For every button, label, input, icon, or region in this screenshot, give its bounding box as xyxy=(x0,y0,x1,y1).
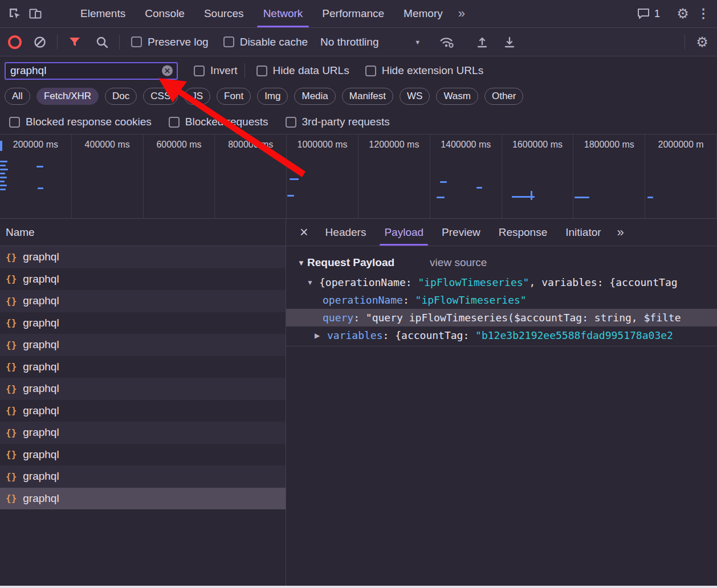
settings-button[interactable]: ⚙ xyxy=(673,3,693,24)
braces-icon: {} xyxy=(6,405,17,416)
checkbox-blocked-requests[interactable]: Blocked requests xyxy=(169,116,268,128)
timeline-column: 200000 ms xyxy=(0,134,72,218)
table-row[interactable]: {}graphql xyxy=(0,268,286,291)
network-overview-timeline[interactable]: 200000 ms400000 ms600000 ms800000 ms1000… xyxy=(0,134,717,219)
table-row[interactable]: {}graphql xyxy=(0,356,286,378)
inspect-element-button[interactable] xyxy=(5,3,25,24)
filter-toggle-button[interactable] xyxy=(64,32,85,52)
tab-memory[interactable]: Memory xyxy=(394,0,453,27)
table-row[interactable]: {}graphql xyxy=(0,334,286,356)
clear-network-log-button[interactable] xyxy=(30,32,50,52)
hide-data-urls-checkbox[interactable]: Hide data URLs xyxy=(256,64,349,77)
disable-cache-checkbox[interactable]: Disable cache xyxy=(223,36,308,48)
network-conditions-icon xyxy=(439,35,455,49)
filter-input[interactable] xyxy=(5,62,178,80)
invert-checkbox[interactable]: Invert xyxy=(194,64,238,77)
more-detail-tabs-button[interactable]: » xyxy=(617,225,624,240)
name-column-header[interactable]: Name xyxy=(0,219,286,246)
request-name: graphql xyxy=(23,426,59,439)
tab-payload[interactable]: Payload xyxy=(375,219,433,246)
device-toolbar-button[interactable] xyxy=(25,3,46,24)
customize-devtools-menu-button[interactable]: ⋮ xyxy=(693,3,714,24)
import-har-button[interactable] xyxy=(472,32,492,52)
chip-other[interactable]: Other xyxy=(484,88,524,105)
table-row[interactable]: {}graphql xyxy=(0,290,286,312)
table-row[interactable]: {}graphql xyxy=(0,466,286,488)
table-row[interactable]: {}graphql xyxy=(0,422,286,444)
collapse-triangle-icon[interactable]: ▼ xyxy=(298,259,307,267)
tab-elements[interactable]: Elements xyxy=(71,0,135,27)
table-row[interactable]: {}graphql xyxy=(0,378,286,400)
console-messages-button[interactable]: 1 xyxy=(637,8,660,20)
payload-line[interactable]: ▶variables: {accountTag: "b12e3b2192ee55… xyxy=(286,326,717,344)
throttling-select[interactable]: No throttling ▼ xyxy=(320,36,421,48)
payload-line[interactable]: operationName: "ipFlowTimeseries" xyxy=(286,291,717,309)
export-download-icon xyxy=(503,35,516,49)
filter-input-wrap: ✕ xyxy=(5,62,178,80)
timeline-column: 1200000 ms xyxy=(358,134,430,218)
payload-line[interactable]: query: "query ipFlowTimeseries($accountT… xyxy=(286,309,717,326)
table-row[interactable]: {}graphql xyxy=(0,444,286,466)
filter-funnel-icon xyxy=(68,36,81,48)
network-conditions-button[interactable] xyxy=(437,32,457,52)
detail-tabs: ×HeadersPayloadPreviewResponseInitiator» xyxy=(286,219,717,246)
payload-text: "b12e3b2192ee5588fdad995178a03e2 xyxy=(475,329,673,341)
chip-fetch-xhr[interactable]: Fetch/XHR xyxy=(36,88,99,105)
chip-wasm[interactable]: Wasm xyxy=(436,88,478,105)
tab-network[interactable]: Network xyxy=(254,0,313,27)
table-row[interactable]: {}graphql xyxy=(0,488,286,510)
tab-performance[interactable]: Performance xyxy=(312,0,394,27)
payload-text: {operationName: xyxy=(319,276,418,288)
chip-doc[interactable]: Doc xyxy=(105,88,137,105)
request-name: graphql xyxy=(23,317,59,329)
checkbox-blocked-response-cookies[interactable]: Blocked response cookies xyxy=(9,116,152,128)
throttling-value: No throttling xyxy=(320,36,378,48)
search-network-button[interactable] xyxy=(92,32,112,52)
request-mark xyxy=(290,178,299,180)
more-tabs-button[interactable]: » xyxy=(453,6,471,21)
chip-all[interactable]: All xyxy=(5,88,30,105)
expand-arrow-icon[interactable]: ▼ xyxy=(307,279,319,287)
tab-headers[interactable]: Headers xyxy=(316,219,376,246)
view-source-link[interactable]: view source xyxy=(430,256,487,269)
clear-filter-icon[interactable]: ✕ xyxy=(162,66,173,76)
chip-manifest[interactable]: Manifest xyxy=(342,88,393,105)
tab-response[interactable]: Response xyxy=(490,219,557,246)
request-name: graphql xyxy=(23,338,59,351)
search-icon xyxy=(95,35,109,49)
tab-console[interactable]: Console xyxy=(135,0,194,27)
tab-initiator[interactable]: Initiator xyxy=(556,219,610,246)
request-name: graphql xyxy=(23,448,59,461)
chip-img[interactable]: Img xyxy=(257,88,288,105)
request-payload-title: Request Payload xyxy=(307,256,394,269)
record-network-log-button[interactable] xyxy=(5,32,25,52)
chip-ws[interactable]: WS xyxy=(400,88,430,105)
checkbox-label: Hide extension URLs xyxy=(382,64,483,77)
checkbox-label: Hide data URLs xyxy=(273,64,349,77)
filter-bar: ✕ Invert Hide data URLs Hide extension U… xyxy=(0,56,717,85)
payload-divider xyxy=(286,346,717,346)
chip-font[interactable]: Font xyxy=(217,88,251,105)
chip-js[interactable]: JS xyxy=(184,88,210,105)
table-row[interactable]: {}graphql xyxy=(0,400,286,422)
request-type-filter-chips: AllFetch/XHRDocCSSJSFontImgMediaManifest… xyxy=(0,85,717,110)
expand-arrow-icon[interactable]: ▶ xyxy=(315,332,327,340)
network-settings-button[interactable]: ⚙ xyxy=(692,32,712,52)
console-message-count: 1 xyxy=(654,8,660,20)
braces-icon: {} xyxy=(6,317,17,328)
preserve-log-checkbox[interactable]: Preserve log xyxy=(131,36,209,48)
table-row[interactable]: {}graphql xyxy=(0,246,286,268)
close-panel-button[interactable]: × xyxy=(292,224,316,240)
hide-extension-urls-checkbox[interactable]: Hide extension URLs xyxy=(365,64,483,77)
table-row[interactable]: {}graphql xyxy=(0,312,286,334)
export-har-button[interactable] xyxy=(499,32,520,52)
tab-sources[interactable]: Sources xyxy=(194,0,254,27)
chip-media[interactable]: Media xyxy=(294,88,335,105)
checkbox-3rd-party-requests[interactable]: 3rd-party requests xyxy=(286,116,390,128)
timeline-column: 1800000 ms xyxy=(573,134,645,218)
chip-css[interactable]: CSS xyxy=(143,88,178,105)
payload-text: "ipFlowTimeseries" xyxy=(415,294,527,306)
caret-down-icon: ▼ xyxy=(414,39,421,46)
tab-preview[interactable]: Preview xyxy=(433,219,490,246)
payload-line[interactable]: ▼{operationName: "ipFlowTimeseries", var… xyxy=(286,273,717,291)
